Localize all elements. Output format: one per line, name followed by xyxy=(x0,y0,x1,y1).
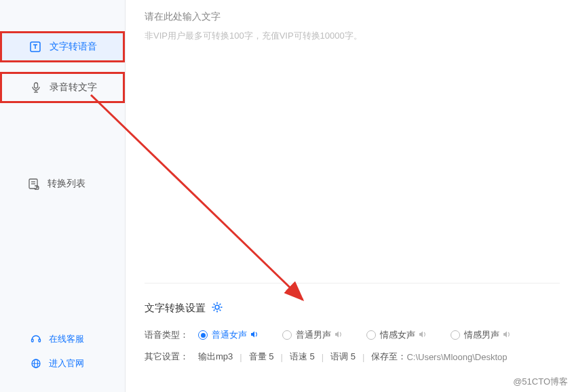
svg-rect-9 xyxy=(32,339,34,342)
speaker-icon[interactable] xyxy=(250,330,259,341)
voice-type-row: 语音类型： 普通女声 普通男声 情感女声 xyxy=(145,329,560,341)
sidebar-website-link[interactable]: 进入官网 xyxy=(0,351,125,376)
sidebar: 文字转语音 录音转文字 转换列表 在线客服 进入官网 xyxy=(0,0,126,392)
speech-to-text-icon xyxy=(29,81,43,94)
sidebar-item-label: 文字转语音 xyxy=(50,41,97,53)
radio-icon xyxy=(366,330,376,340)
svg-rect-10 xyxy=(39,339,41,342)
radio-icon xyxy=(198,330,208,340)
input-hint: 非VIP用户最多可转换100字，充值VIP可转换10000字。 xyxy=(145,30,560,42)
voice-option-label: 情感男声 xyxy=(464,329,499,341)
globe-icon xyxy=(30,358,42,369)
settings-title-row: 文字转换设置 xyxy=(145,301,560,315)
voice-option-label: 普通男声 xyxy=(296,329,331,341)
divider: | xyxy=(281,352,283,362)
sidebar-item-label: 转换列表 xyxy=(47,178,85,190)
sidebar-spacer xyxy=(0,113,125,168)
sidebar-item-label: 录音转文字 xyxy=(50,81,97,94)
svg-line-22 xyxy=(214,310,215,311)
speed-setting[interactable]: 语速 5 xyxy=(290,351,315,363)
sidebar-link-label: 进入官网 xyxy=(49,357,84,370)
voice-option-normal-male[interactable]: 普通男声 xyxy=(282,329,343,341)
divider: | xyxy=(322,352,324,362)
support-icon xyxy=(30,334,42,345)
gear-icon[interactable] xyxy=(211,301,223,315)
sidebar-top: 文字转语音 录音转文字 转换列表 xyxy=(0,0,125,199)
voice-type-label: 语音类型： xyxy=(145,329,189,341)
voice-option-normal-female[interactable]: 普通女声 xyxy=(198,329,259,341)
save-path[interactable]: C:\Users\Mloong\Desktop xyxy=(406,352,507,362)
sidebar-item-tts[interactable]: 文字转语音 xyxy=(0,31,125,62)
text-input-area[interactable]: 请在此处输入文字 非VIP用户最多可转换100字，充值VIP可转换10000字。 xyxy=(145,9,560,283)
radio-icon xyxy=(282,330,292,340)
speaker-icon[interactable] xyxy=(334,330,343,341)
other-settings-row: 其它设置： 输出mp3 | 音量 5 | 语速 5 | 语调 5 | 保存至： … xyxy=(145,351,560,363)
volume-setting[interactable]: 音量 5 xyxy=(249,351,274,363)
svg-point-14 xyxy=(215,305,219,309)
convert-list-icon xyxy=(27,177,41,191)
svg-line-21 xyxy=(220,304,221,305)
voice-option-emotion-female[interactable]: 情感女声 xyxy=(366,329,427,341)
settings-title: 文字转换设置 xyxy=(145,302,206,315)
svg-line-20 xyxy=(220,310,221,311)
save-label: 保存至： xyxy=(371,351,406,363)
speaker-icon[interactable] xyxy=(418,330,427,341)
settings-panel: 文字转换设置 语音类型： 普通女声 普通男声 xyxy=(145,283,560,363)
sidebar-link-label: 在线客服 xyxy=(49,333,84,345)
sidebar-support-link[interactable]: 在线客服 xyxy=(0,327,125,351)
divider: | xyxy=(362,352,364,362)
sidebar-item-stt[interactable]: 录音转文字 xyxy=(0,72,125,103)
sidebar-item-list[interactable]: 转换列表 xyxy=(0,168,125,199)
sidebar-bottom: 在线客服 进入官网 xyxy=(0,327,125,376)
voice-option-emotion-male[interactable]: 情感男声 xyxy=(451,329,512,341)
voice-option-label: 普通女声 xyxy=(212,329,247,341)
other-settings-label: 其它设置： xyxy=(145,351,189,363)
pitch-setting[interactable]: 语调 5 xyxy=(330,351,356,363)
radio-icon xyxy=(451,330,460,340)
svg-line-19 xyxy=(214,304,215,305)
main-panel: 请在此处输入文字 非VIP用户最多可转换100字，充值VIP可转换10000字。… xyxy=(126,0,572,392)
watermark: @51CTO博客 xyxy=(513,376,568,388)
output-format[interactable]: 输出mp3 xyxy=(198,351,233,363)
voice-option-label: 情感女声 xyxy=(380,329,415,341)
text-to-speech-icon xyxy=(29,40,43,54)
divider: | xyxy=(240,352,242,362)
svg-rect-3 xyxy=(35,83,38,88)
input-placeholder: 请在此处输入文字 xyxy=(145,11,560,23)
speaker-icon[interactable] xyxy=(502,330,512,341)
